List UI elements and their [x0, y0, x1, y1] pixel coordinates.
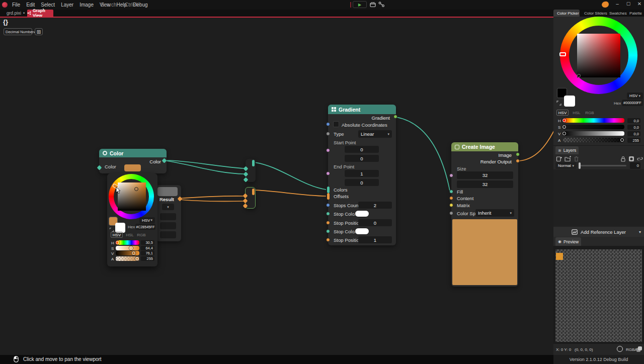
offsets-connector[interactable] — [327, 193, 330, 200]
color-space-connector[interactable] — [449, 211, 453, 215]
tab-color-picker[interactable]: Color Picker — [553, 10, 580, 17]
color-space-dropdown[interactable]: Inherit ▾ — [475, 209, 514, 217]
popup-slider-v-knob[interactable] — [132, 251, 135, 255]
stop-color-1-connector[interactable] — [326, 212, 330, 216]
graph-view-tab[interactable]: Graph View — [27, 10, 53, 17]
panel-hex-field[interactable]: #000000FF — [622, 100, 643, 106]
gradient-node[interactable]: Gradient Gradient Absolute Coordinates T… — [328, 105, 396, 245]
mask-layer-button[interactable] — [628, 155, 635, 162]
panel-slider-s-value[interactable]: 0,0 — [627, 125, 640, 130]
matrix-connector[interactable] — [449, 203, 453, 207]
channels-icon[interactable] — [636, 346, 642, 352]
popup-sv-marker[interactable] — [134, 187, 138, 191]
close-button[interactable]: ✕ — [635, 1, 644, 9]
blend-mode-dropdown[interactable]: Normal ▾ — [555, 162, 577, 169]
render-button[interactable] — [370, 2, 376, 8]
type-connector[interactable] — [326, 132, 330, 136]
panel-slider-v-track[interactable] — [563, 131, 624, 136]
popup-slider-v-track[interactable] — [116, 251, 139, 255]
popup-color-mode-dropdown[interactable]: HSV ▾ — [139, 217, 155, 223]
image-output-connector[interactable] — [516, 152, 520, 156]
popup-slider-a-knob[interactable] — [135, 257, 139, 260]
maximize-button[interactable]: ▢ — [624, 1, 633, 9]
stop-position-1-field[interactable]: 0 — [358, 219, 392, 226]
color-list-input-2[interactable] — [244, 172, 249, 177]
color-swatch-button[interactable] — [124, 164, 141, 171]
start-y-field[interactable]: 0 — [345, 155, 379, 162]
popup-tab-hsl[interactable]: HSL — [124, 232, 136, 238]
minimize-button[interactable]: – — [613, 1, 622, 9]
panel-tab-hsv[interactable]: HSV — [556, 110, 569, 116]
new-layer-button[interactable] — [555, 155, 562, 162]
popup-slider-s-knob[interactable] — [129, 246, 133, 250]
search-input[interactable]: Search — [101, 2, 117, 8]
stop-position-1-connector[interactable] — [326, 221, 330, 225]
stop-color-2-connector[interactable] — [326, 229, 330, 233]
end-x-field[interactable]: 1 — [345, 170, 379, 177]
color-input-connector[interactable] — [97, 165, 102, 170]
absolute-coordinates-connector[interactable] — [326, 122, 330, 126]
type-dropdown[interactable]: Linear ▾ — [358, 130, 392, 138]
panel-slider-h-value[interactable]: 0,0 — [627, 118, 640, 123]
preview-canvas[interactable] — [553, 246, 644, 344]
end-point-connector[interactable] — [326, 171, 330, 175]
popup-saturation-value-square[interactable] — [118, 183, 146, 211]
stops-count-connector[interactable] — [326, 203, 330, 207]
popup-slider-a-value[interactable]: 255 — [141, 256, 154, 261]
panel-color-mode-dropdown[interactable]: HSV ▾ — [627, 93, 643, 99]
color-list-output-connector[interactable] — [252, 160, 255, 166]
opacity-slider-track[interactable] — [580, 165, 626, 166]
panel-hue-marker[interactable] — [559, 52, 566, 56]
start-point-connector[interactable] — [326, 148, 330, 152]
panel-slider-v-knob[interactable] — [562, 132, 566, 135]
size-height-field[interactable]: 32 — [457, 180, 513, 188]
panel-slider-a-value[interactable]: 255 — [627, 138, 640, 143]
result-node[interactable]: Result ▾ — [156, 185, 181, 241]
panel-sv-marker[interactable] — [577, 74, 581, 77]
color-node[interactable]: Color Color Color — [99, 149, 167, 173]
end-y-field[interactable]: 0 — [345, 179, 379, 186]
delete-layer-button[interactable] — [573, 155, 580, 162]
panel-slider-h-track[interactable] — [563, 118, 624, 123]
menu-edit[interactable]: Edit — [23, 2, 38, 8]
tab-swatches[interactable]: Swatches — [606, 10, 625, 17]
node-graph-toggle-button[interactable] — [378, 2, 385, 8]
play-button[interactable]: ▶ — [353, 1, 367, 8]
stop-position-2-connector[interactable] — [326, 238, 330, 242]
add-node-button[interactable]: ⊞ — [35, 28, 43, 35]
panel-slider-s-knob[interactable] — [562, 125, 566, 129]
colors-connector[interactable] — [327, 187, 330, 193]
result-dropdown[interactable]: ▾ — [162, 204, 174, 210]
content-connector[interactable] — [449, 196, 453, 200]
panel-slider-a-track[interactable] — [563, 138, 624, 142]
color-output-connector[interactable] — [162, 158, 167, 163]
swap-colors-icon[interactable] — [556, 100, 562, 106]
layers-panel-tab[interactable]: ≋ Layers — [555, 146, 579, 154]
document-tab[interactable]: grd.pixi • — [7, 11, 25, 16]
render-output-connector[interactable] — [516, 159, 520, 163]
stop-position-2-field[interactable]: 1 — [358, 236, 392, 243]
popup-slider-s-value[interactable]: 64,4 — [141, 246, 154, 250]
result-field-3[interactable] — [160, 231, 176, 238]
opacity-slider-handle[interactable] — [579, 162, 581, 169]
offset-list-node[interactable] — [245, 187, 256, 209]
absolute-coordinates-checkbox[interactable] — [333, 121, 339, 127]
fill-connector[interactable] — [449, 190, 453, 194]
offset-list-input-2[interactable] — [243, 199, 248, 204]
stop-color-2-swatch[interactable] — [355, 228, 369, 235]
popup-secondary-swatch[interactable] — [115, 223, 125, 233]
panel-slider-v-value[interactable]: 0,0 — [627, 131, 640, 136]
gradient-output-connector[interactable] — [393, 115, 397, 119]
popup-tab-rgb[interactable]: RGB — [135, 232, 147, 238]
result-output-connector[interactable] — [178, 196, 183, 201]
start-x-field[interactable]: 0 — [345, 146, 379, 153]
menu-layer[interactable]: Layer — [58, 2, 76, 8]
menu-select[interactable]: Select — [38, 2, 58, 8]
popup-hex-field[interactable]: #C28545FF — [135, 224, 155, 230]
offset-list-input-1[interactable] — [243, 194, 248, 199]
node-type-dropdown[interactable]: Decimal Number ▾ — [4, 28, 32, 35]
color-list-input-1[interactable] — [244, 166, 249, 171]
popup-slider-v-value[interactable]: 76,1 — [141, 251, 154, 255]
tab-palette[interactable]: Palette — [626, 10, 643, 17]
unlink-layer-button[interactable] — [636, 155, 643, 162]
